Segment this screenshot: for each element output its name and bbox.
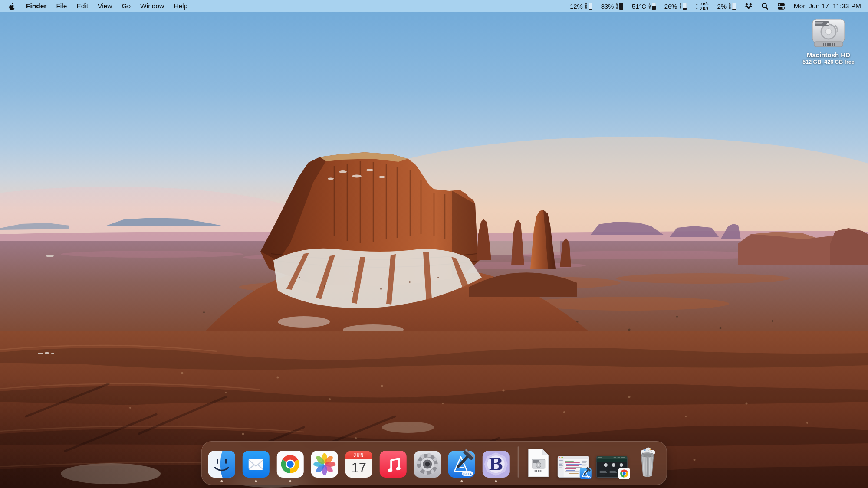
dock-item-photos[interactable] — [311, 451, 338, 478]
mail-icon — [243, 451, 270, 478]
apple-logo-icon — [9, 2, 15, 10]
dock-item-calendar[interactable]: JUN 17 — [345, 451, 372, 478]
status-memory[interactable]: 12% MEM — [570, 3, 592, 10]
running-indicator — [255, 480, 257, 482]
dock-item-system-preferences[interactable] — [414, 451, 441, 478]
xcode-badge-icon: BETA — [579, 468, 591, 479]
menu-go[interactable]: Go — [117, 2, 135, 10]
dock-item-chrome[interactable] — [277, 451, 304, 478]
apple-menu[interactable] — [7, 2, 21, 10]
desktop-volume-macintosh-hd[interactable]: Macintosh HD 512 GB, 426 GB free — [796, 16, 861, 65]
svg-text:BETA: BETA — [586, 477, 590, 478]
control-center-icon[interactable] — [777, 3, 785, 10]
finder-icon — [208, 451, 235, 478]
calendar-month: JUN — [353, 453, 364, 458]
menu-help[interactable]: Help — [169, 2, 192, 10]
menu-finder[interactable]: Finder — [21, 2, 51, 10]
dock-item-document[interactable] — [526, 448, 550, 478]
beta-badge: BETA — [463, 472, 472, 476]
dock-item-minimized-xcode-window[interactable]: BETA — [557, 456, 589, 478]
temperature-gauge — [652, 3, 656, 10]
bbedit-letter: B — [489, 454, 503, 474]
volume-capacity: 512 GB, 426 GB free — [802, 59, 855, 65]
dock-item-music[interactable] — [380, 451, 407, 478]
dock-item-minimized-chrome-window[interactable] — [596, 456, 627, 478]
dock-item-mail[interactable] — [243, 451, 270, 478]
menu-bar: Finder File Edit View Go Window Help 12%… — [0, 0, 868, 12]
running-indicator — [289, 480, 291, 482]
dock-divider[interactable] — [518, 446, 519, 478]
trash-icon[interactable] — [635, 446, 660, 478]
menu-bar-clock[interactable]: Mon Jun 17 11:33 PM — [794, 2, 861, 10]
running-indicator — [460, 480, 463, 482]
upload-arrow-icon: ▲ — [695, 2, 698, 6]
hard-drive-icon — [809, 16, 848, 49]
xcode-beta-icon: BETA — [448, 451, 475, 478]
menu-view[interactable]: View — [93, 2, 117, 10]
menu-window[interactable]: Window — [135, 2, 169, 10]
calendar-day: 17 — [352, 460, 366, 475]
cpu-gauge — [732, 3, 736, 10]
status-temperature[interactable]: 51°C TMP — [632, 3, 656, 10]
calendar-icon: JUN 17 — [345, 451, 372, 478]
music-icon — [380, 451, 407, 478]
memory-gauge — [589, 3, 592, 10]
desktop-wallpaper — [0, 0, 868, 488]
running-indicator — [220, 480, 223, 482]
dock-item-bbedit[interactable]: B — [483, 451, 510, 478]
status-cpu[interactable]: 2% CPU — [717, 3, 736, 10]
status-disk[interactable]: 83% DSK — [601, 3, 623, 10]
disk-image-document-icon — [526, 448, 550, 478]
status-network[interactable]: ▲0 B/s ▼0 B/s — [695, 2, 708, 10]
spotlight-icon[interactable] — [761, 3, 769, 10]
menu-file[interactable]: File — [51, 2, 72, 10]
dropbox-icon[interactable] — [745, 3, 753, 10]
clock-date: Mon Jun 17 — [794, 2, 829, 10]
menu-edit[interactable]: Edit — [72, 2, 93, 10]
clock-time: 11:33 PM — [833, 2, 861, 10]
dock: JUN 17 — [201, 441, 667, 485]
chrome-badge-icon — [618, 468, 630, 479]
chrome-icon — [277, 451, 304, 478]
dock-item-xcode[interactable]: BETA — [448, 451, 475, 478]
download-arrow-icon: ▼ — [695, 7, 698, 10]
fan-gauge — [683, 3, 687, 10]
photos-icon — [311, 451, 338, 478]
disk-gauge — [619, 3, 623, 10]
volume-name: Macintosh HD — [807, 51, 850, 59]
system-preferences-icon — [414, 451, 441, 478]
trash-full-icon — [635, 446, 660, 478]
status-fan[interactable]: 26% FAN — [664, 3, 687, 10]
running-indicator — [495, 480, 497, 482]
desktop: Finder File Edit View Go Window Help 12%… — [0, 0, 868, 488]
bbedit-icon: B — [483, 451, 510, 478]
dock-item-finder[interactable] — [208, 451, 235, 478]
